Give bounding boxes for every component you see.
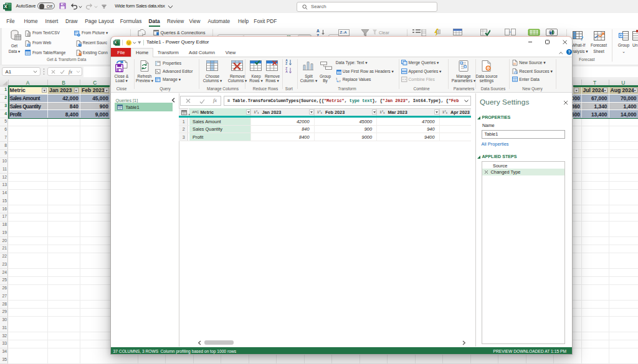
svg-text:X: X: [114, 40, 117, 44]
svg-text:1: 1: [336, 77, 338, 80]
svg-text:X: X: [4, 4, 7, 9]
svg-text:?: ?: [580, 34, 584, 41]
svg-text:2: 2: [339, 80, 341, 83]
